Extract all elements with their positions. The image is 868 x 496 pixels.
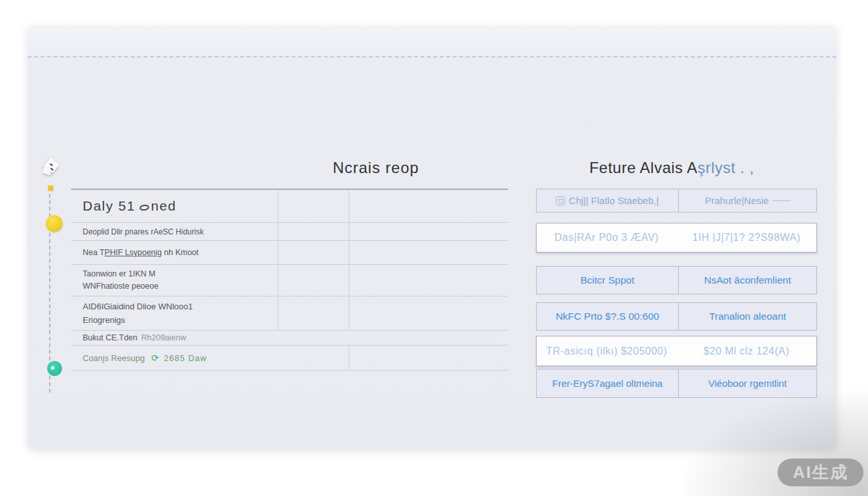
teal-dot-icon [47, 361, 62, 376]
table-row: Nea TPH|F Lsypoenig nh Kmoot [71, 241, 508, 265]
left-table: Daly 51ned Deoplid Dlir pnares rAeSC Hid… [71, 189, 508, 371]
feature-cell-button[interactable]: Tranalion aleoant [679, 303, 816, 330]
dice-cube-icon [43, 160, 59, 176]
feature-cell-button[interactable]: NkFC Prto $?.S 00:600 [537, 303, 679, 330]
table-row: AID6IGiaidind Dlioe WNlooo1 Eriogrenigs [71, 296, 508, 331]
right-title-main: Feture Alvais A [589, 159, 698, 176]
yellow-square-marker-icon [48, 185, 54, 191]
feature-cell-button[interactable]: Prahurle|Nesie⸺ [679, 189, 816, 212]
feature-row-2: Bcitcr Sppot NsAot āconfemlient [536, 266, 817, 294]
feature-cell-button[interactable]: Bcitcr Sppot [537, 267, 679, 294]
feature-row-1: Das|RAr P0o 3 ÆAV) 1IH |J|7|1? 2?S98WA) [536, 223, 817, 253]
feature-row-4: TR-asicıq (ilkı) $205000) $20 Ml clz 124… [536, 336, 817, 366]
feature-cell-field[interactable]: TR-asicıq (ilkı) $205000) [537, 336, 677, 366]
summary-value: 2685 Daw [164, 353, 207, 363]
feature-cell-field[interactable]: $20 Ml clz 124(A) [677, 336, 817, 366]
right-section-title: Feture Alvais Aşrlyst . , [567, 159, 776, 177]
calendar-icon [556, 196, 565, 205]
table-row: Deoplid Dlir pnares rAeSC Hidurisk [71, 223, 508, 241]
dashed-separator [28, 56, 836, 57]
feature-cell-field[interactable]: Das|RAr P0o 3 ÆAV) [537, 223, 677, 252]
table-row: Bukut CE.TdenRh209aienw [71, 331, 508, 346]
feature-row-0: Chj|| Flatlo Staebeb,| Prahurle|Nesie⸺ [536, 189, 817, 212]
feature-cell-button[interactable]: NsAot āconfemlient [679, 267, 816, 294]
feature-cell-field[interactable]: 1IH |J|7|1? 2?S98WA) [677, 223, 817, 252]
table-row: Taonwion er 1IKN M WNFhatioste peoeoe [71, 265, 508, 296]
dash-icon: ⸺ [772, 195, 790, 206]
left-section-title: Ncrais reop [279, 159, 473, 177]
table-row-summary: Coanjs Reesupg⟳2685 Daw [71, 346, 508, 371]
oval-link-icon [139, 204, 149, 211]
refresh-icon: ⟳ [151, 353, 159, 363]
feature-cell-button[interactable]: Frer-EryS7agael oltmeina [537, 369, 679, 397]
feature-row-3: NkFC Prto $?.S 00:600 Tranalion aleoant [536, 302, 817, 331]
row-daily-text: Daly 51ned [83, 198, 508, 214]
feature-cell-button[interactable]: Chj|| Flatlo Staebeb,| [537, 189, 679, 212]
right-title-accent: şrlyst . , [698, 159, 754, 176]
table-row-daily: Daly 51ned [71, 190, 508, 223]
ai-generated-watermark: AI生成 [778, 459, 863, 486]
yellow-dot-icon [46, 215, 63, 232]
